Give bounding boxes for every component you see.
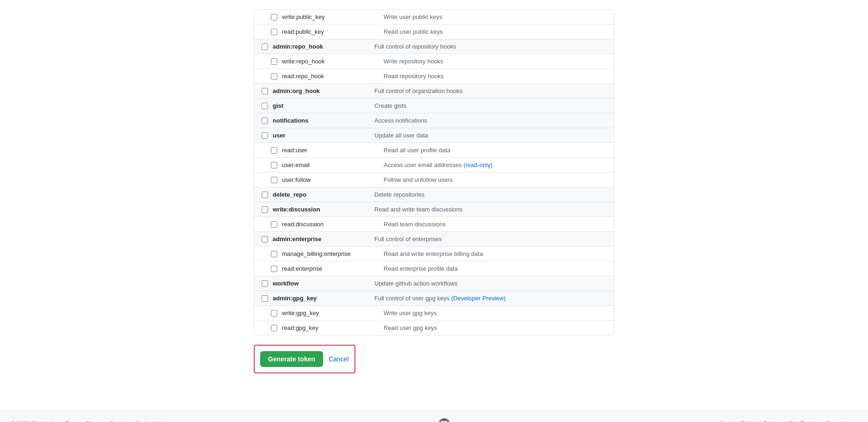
perm-desc-admin_enterprise: Full control of enterprises <box>374 236 606 242</box>
perm-checkbox-admin_gpg_key[interactable] <box>262 295 268 302</box>
perm-name-write_repo_hook: write:repo_hook <box>282 58 384 65</box>
perm-name-admin_repo_hook: admin:repo_hook <box>273 43 374 50</box>
perm-row-manage_billing_enterprise: manage_billing:enterpriseRead and write … <box>254 247 614 261</box>
perm-checkbox-read_public_key[interactable] <box>271 29 277 35</box>
perm-row-admin_enterprise: admin:enterpriseFull control of enterpri… <box>254 232 614 247</box>
perm-name-manage_billing_enterprise: manage_billing:enterprise <box>282 250 384 257</box>
main-content: write:public_keyWrite user public keysre… <box>0 0 868 410</box>
perm-name-write_discussion: write:discussion <box>273 206 374 213</box>
perm-desc-write_discussion: Read and write team discussions <box>374 206 606 213</box>
perm-checkbox-read_enterprise[interactable] <box>271 266 277 272</box>
perm-checkbox-delete_repo[interactable] <box>262 192 268 198</box>
perm-row-workflow: workflowUpdate github action workflows <box>254 276 614 291</box>
perm-row-write_discussion: write:discussionRead and write team disc… <box>254 202 614 217</box>
perm-row-write_repo_hook: write:repo_hookWrite repository hooks <box>254 54 614 69</box>
perm-name-write_public_key: write:public_key <box>282 13 384 20</box>
perm-row-delete_repo: delete_repoDelete repositories <box>254 187 614 202</box>
perm-row-user: userUpdate all user data <box>254 128 614 143</box>
permissions-table: write:public_keyWrite user public keysre… <box>254 9 614 335</box>
github-logo-icon <box>439 418 450 422</box>
perm-desc-admin_gpg_key: Full control of user gpg keys (Developer… <box>374 295 606 302</box>
perm-checkbox-read_repo_hook[interactable] <box>271 73 277 80</box>
perm-checkbox-write_public_key[interactable] <box>271 14 277 20</box>
perm-desc-read_repo_hook: Read repository hooks <box>384 73 606 80</box>
perm-desc-notifications: Access notifications <box>374 117 606 124</box>
perm-row-admin_org_hook: admin:org_hookFull control of organizati… <box>254 84 614 99</box>
perm-desc-delete_repo: Delete repositories <box>374 191 606 198</box>
perm-desc-write_repo_hook: Write repository hooks <box>384 58 606 65</box>
perm-checkbox-user[interactable] <box>262 132 268 139</box>
perm-row-read_enterprise: read:enterpriseRead enterprise profile d… <box>254 261 614 276</box>
footer: © 2020 GitHub, Inc. Terms Privacy Securi… <box>0 410 868 422</box>
perm-name-read_repo_hook: read:repo_hook <box>282 73 384 80</box>
perm-name-read_public_key: read:public_key <box>282 28 384 35</box>
perm-checkbox-read_discussion[interactable] <box>271 221 277 228</box>
perm-desc-admin_org_hook: Full control of organization hooks <box>374 87 606 94</box>
perm-row-read_discussion: read:discussionRead team discussions <box>254 217 614 232</box>
perm-checkbox-write_repo_hook[interactable] <box>271 58 277 65</box>
perm-row-user_email: user:emailAccess user email addresses (r… <box>254 158 614 173</box>
perm-checkbox-notifications[interactable] <box>262 118 268 124</box>
perm-row-read_repo_hook: read:repo_hookRead repository hooks <box>254 69 614 84</box>
perm-name-read_gpg_key: read:gpg_key <box>282 324 384 331</box>
perm-desc-read_gpg_key: Read user gpg keys <box>384 324 606 331</box>
perm-name-read_user: read:user <box>282 147 384 154</box>
perm-desc-write_gpg_key: Write user gpg keys <box>384 310 606 316</box>
perm-checkbox-user_follow[interactable] <box>271 177 277 183</box>
perm-name-admin_gpg_key: admin:gpg_key <box>273 295 374 302</box>
perm-name-gist: gist <box>273 102 374 109</box>
perm-checkbox-write_discussion[interactable] <box>262 206 268 213</box>
action-bar: Generate token Cancel <box>254 345 355 373</box>
perm-name-write_gpg_key: write:gpg_key <box>282 310 384 316</box>
perm-row-read_gpg_key: read:gpg_keyRead user gpg keys <box>254 321 614 335</box>
perm-desc-link-admin_gpg_key[interactable]: (Developer Preview) <box>451 295 506 302</box>
perm-row-read_public_key: read:public_keyRead user public keys <box>254 25 614 39</box>
perm-checkbox-gist[interactable] <box>262 103 268 109</box>
perm-name-user: user <box>273 132 374 139</box>
perm-name-notifications: notifications <box>273 117 374 124</box>
generate-token-button[interactable]: Generate token <box>260 351 323 367</box>
perm-checkbox-read_gpg_key[interactable] <box>271 325 277 331</box>
perm-desc-write_public_key: Write user public keys <box>384 13 606 20</box>
perm-checkbox-read_user[interactable] <box>271 147 277 154</box>
perm-checkbox-workflow[interactable] <box>262 280 268 287</box>
content-inner: write:public_keyWrite user public keysre… <box>254 9 614 392</box>
perm-name-user_email: user:email <box>282 161 384 168</box>
perm-desc-read_discussion: Read team discussions <box>384 221 606 228</box>
perm-desc-read_public_key: Read user public keys <box>384 28 606 35</box>
perm-desc-read_enterprise: Read enterprise profile data <box>384 265 606 272</box>
perm-checkbox-admin_org_hook[interactable] <box>262 88 268 94</box>
perm-desc-admin_repo_hook: Full control of repository hooks <box>374 43 606 50</box>
perm-row-user_follow: user:followFollow and unfollow users <box>254 173 614 187</box>
perm-name-read_discussion: read:discussion <box>282 221 384 228</box>
perm-row-read_user: read:userRead all user profile data <box>254 143 614 158</box>
cancel-button[interactable]: Cancel <box>329 353 349 366</box>
perm-desc-user_follow: Follow and unfollow users <box>384 176 606 183</box>
perm-name-admin_enterprise: admin:enterprise <box>273 236 374 242</box>
perm-desc-link-user_email[interactable]: (read-only) <box>464 161 493 168</box>
perm-name-delete_repo: delete_repo <box>273 191 374 198</box>
perm-desc-workflow: Update github action workflows <box>374 280 606 287</box>
footer-center <box>439 418 450 422</box>
perm-desc-manage_billing_enterprise: Read and write enterprise billing data <box>384 250 606 257</box>
perm-desc-read_user: Read all user profile data <box>384 147 606 154</box>
perm-checkbox-manage_billing_enterprise[interactable] <box>271 251 277 257</box>
perm-row-admin_gpg_key: admin:gpg_keyFull control of user gpg ke… <box>254 291 614 306</box>
perm-row-write_gpg_key: write:gpg_keyWrite user gpg keys <box>254 306 614 321</box>
perm-name-admin_org_hook: admin:org_hook <box>273 87 374 94</box>
perm-checkbox-user_email[interactable] <box>271 162 277 168</box>
perm-name-read_enterprise: read:enterprise <box>282 265 384 272</box>
perm-checkbox-write_gpg_key[interactable] <box>271 310 277 316</box>
perm-row-write_public_key: write:public_keyWrite user public keys <box>254 10 614 25</box>
perm-desc-user_email: Access user email addresses (read-only) <box>384 161 606 168</box>
perm-row-gist: gistCreate gists <box>254 99 614 113</box>
perm-desc-user: Update all user data <box>374 132 606 139</box>
page-wrapper: write:public_keyWrite user public keysre… <box>0 0 868 422</box>
perm-row-admin_repo_hook: admin:repo_hookFull control of repositor… <box>254 39 614 54</box>
perm-name-user_follow: user:follow <box>282 176 384 183</box>
perm-checkbox-admin_enterprise[interactable] <box>262 236 268 242</box>
perm-name-workflow: workflow <box>273 280 374 287</box>
perm-row-notifications: notificationsAccess notifications <box>254 113 614 128</box>
perm-checkbox-admin_repo_hook[interactable] <box>262 43 268 50</box>
perm-desc-gist: Create gists <box>374 102 606 109</box>
